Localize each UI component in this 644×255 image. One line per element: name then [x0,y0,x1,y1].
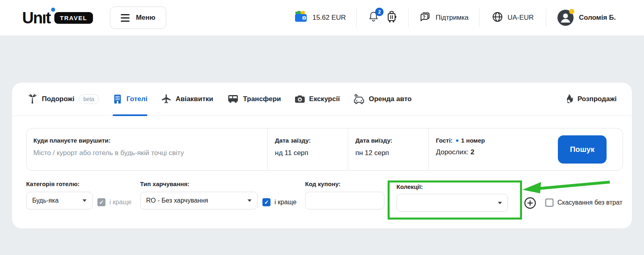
checkin-value: нд 11 серп [275,149,348,157]
meal-type-value: RO - Без харчування [146,197,248,204]
user-name: Соломія Б. [579,14,616,22]
suitcase-icon [386,11,397,25]
adults-label: Дорослих: [436,148,469,156]
svg-text:?: ? [423,15,425,20]
wallet-icon [294,11,308,25]
notification-count-badge: 2 [375,8,384,16]
checkbox-checked-icon: ✓ [262,198,270,206]
presence-dot [569,9,574,14]
hotel-category-value: Будь-яка [32,197,83,204]
tab-excursions[interactable]: Екскурсії [295,83,340,116]
support-button[interactable]: ? Підтримка [419,11,469,25]
camera-icon [295,94,305,104]
tab-sales[interactable]: Розпродажі [564,83,617,116]
hotel-category-label: Категорія готелю: [26,180,93,187]
tab-flights[interactable]: Авіаквитки [161,83,213,116]
collections-label: Колекції: [396,183,423,190]
header-divider [356,8,357,27]
user-account-button[interactable]: Соломія Б. [557,10,616,26]
guests-rooms: 1 номер [461,137,485,144]
meal-better-label: і краще [275,199,297,206]
support-chat-icon: ? [419,11,431,25]
free-cancellation-checkbox-group[interactable]: Скасування без втрат [545,199,622,207]
coupon-input[interactable] [305,192,384,209]
guests-label: Гості: [436,137,453,144]
beta-badge: beta [78,94,99,104]
collections-highlight-box: Колекції: [388,180,522,220]
palm-icon [27,93,38,105]
meal-type-label: Тип харчування: [140,180,258,187]
tab-car-rental[interactable]: Оренда авто [353,83,411,116]
hotel-category-select[interactable]: Будь-яка [26,192,93,209]
free-cancellation-label: Скасування без втрат [557,199,622,206]
category-better-label: і краще [109,199,132,206]
checkin-label: Дата заїзду: [275,137,348,144]
plus-circle-icon [524,204,536,210]
meal-better-checkbox-group[interactable]: ✓ і краще [262,198,297,206]
luggage-button[interactable] [386,11,397,25]
checkbox-checked-disabled-icon: ✓ [97,198,105,206]
destination-label: Куди плануєте вирушити: [33,137,267,144]
product-tabs: Подорожі beta Готелі Авіаквитк [12,83,632,116]
header-divider [546,8,546,27]
hamburger-icon [121,14,130,22]
top-header: Unıt TRAVEL Меню 15.62 EUR [0,0,644,35]
tab-hotels[interactable]: Готелі [113,83,147,116]
header-divider [479,8,479,27]
search-button[interactable]: Пошук [558,135,607,164]
guests-dot [456,139,458,142]
notifications-button[interactable]: 2 [368,11,379,25]
chevron-down-icon [248,199,252,202]
brand-logo[interactable]: Unıt TRAVEL [22,9,93,27]
coupon-label: Код купону: [305,180,384,187]
meal-type-group: Тип харчування: RO - Без харчування [140,180,258,209]
meal-type-select[interactable]: RO - Без харчування [140,192,258,209]
guests-field[interactable]: Гості: 1 номер Дорослих: 2 [428,129,524,170]
category-better-checkbox-group[interactable]: ✓ і краще [97,198,132,206]
tab-transfers[interactable]: Трансфери [227,83,281,116]
destination-field[interactable]: Куди плануєте вирушити: [27,129,267,170]
adults-value: 2 [471,148,474,156]
header-divider [408,8,409,27]
plane-icon [161,94,171,104]
brand-wordmark: Unıt [22,9,50,27]
tab-trips[interactable]: Подорожі beta [27,83,99,116]
avatar [557,10,574,26]
wallet-button[interactable]: 15.62 EUR [294,11,356,25]
checkout-value: пн 12 серп [355,149,428,157]
chevron-down-icon [498,202,502,204]
logo-dot [51,8,55,12]
checkin-field[interactable]: Дата заїзду: нд 11 серп [267,129,348,170]
collections-select[interactable] [396,194,508,212]
flame-icon [564,93,574,105]
chevron-down-icon [83,199,87,202]
menu-button[interactable]: Меню [110,6,166,29]
brand-sub-badge: TRAVEL [54,12,93,24]
car-key-icon [353,93,365,105]
bus-icon [227,94,239,104]
add-filter-button[interactable] [524,197,536,209]
checkout-label: Дата виїзду: [355,137,428,144]
coupon-group: Код купону: [305,180,384,209]
hotel-category-group: Категорія готелю: Будь-яка [26,180,93,209]
hotel-search-bar: Куди плануєте вирушити: Дата заїзду: нд … [26,128,623,171]
locale-label: UA-EUR [508,14,534,22]
globe-icon [491,11,504,25]
destination-input[interactable] [33,149,259,157]
locale-selector[interactable]: UA-EUR [491,11,534,25]
filters-row: Категорія готелю: Будь-яка ✓ і краще Тип… [12,180,632,224]
building-icon [113,94,122,104]
wallet-balance: 15.62 EUR [312,14,346,22]
checkbox-unchecked-icon [545,199,553,207]
search-card: Подорожі beta Готелі Авіаквитк [12,83,632,228]
checkout-field[interactable]: Дата виїзду: пн 12 серп [348,129,428,170]
